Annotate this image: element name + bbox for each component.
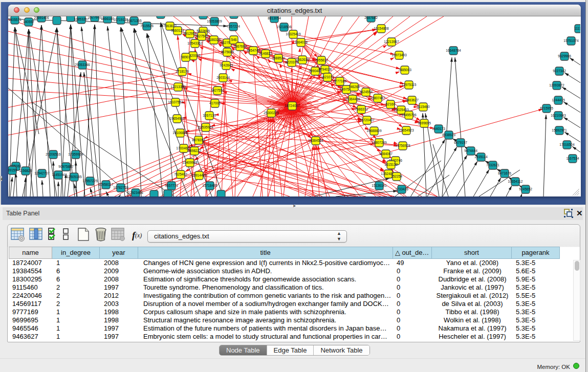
svg-text:18724007: 18724007 bbox=[285, 104, 300, 107]
svg-text:7986372: 7986372 bbox=[355, 107, 368, 111]
svg-text:1621072: 1621072 bbox=[321, 75, 334, 79]
svg-text:10325419: 10325419 bbox=[286, 32, 301, 36]
svg-text:417006: 417006 bbox=[209, 101, 221, 105]
svg-text:2603144: 2603144 bbox=[216, 76, 230, 79]
svg-text:12213383: 12213383 bbox=[170, 85, 186, 89]
svg-text:15136141: 15136141 bbox=[372, 184, 387, 187]
svg-text:3675685: 3675685 bbox=[221, 50, 234, 54]
svg-text:1640173: 1640173 bbox=[432, 127, 445, 130]
svg-text:8454749: 8454749 bbox=[247, 49, 260, 52]
svg-text:10973493: 10973493 bbox=[391, 53, 407, 57]
svg-text:9115460: 9115460 bbox=[417, 105, 430, 108]
svg-text:16210643: 16210643 bbox=[551, 114, 566, 117]
svg-text:2718176: 2718176 bbox=[176, 70, 189, 73]
svg-text:9777169: 9777169 bbox=[333, 79, 346, 83]
svg-text:18495796: 18495796 bbox=[401, 113, 417, 117]
svg-text:1156829: 1156829 bbox=[19, 169, 32, 172]
svg-text:12923466: 12923466 bbox=[128, 191, 143, 194]
svg-text:9657771: 9657771 bbox=[165, 184, 178, 187]
svg-text:15718485: 15718485 bbox=[202, 184, 217, 187]
svg-text:10853267: 10853267 bbox=[74, 17, 89, 21]
svg-text:17957225: 17957225 bbox=[82, 179, 98, 183]
svg-text:19218506: 19218506 bbox=[276, 25, 292, 29]
svg-text:9660124: 9660124 bbox=[171, 29, 184, 32]
svg-text:62160: 62160 bbox=[386, 102, 396, 106]
svg-text:9329966: 9329966 bbox=[558, 54, 571, 58]
svg-text:10654112: 10654112 bbox=[508, 180, 523, 183]
svg-text:29053346: 29053346 bbox=[75, 63, 90, 67]
svg-text:7357224: 7357224 bbox=[227, 25, 240, 28]
svg-text:(x): (x) bbox=[135, 232, 142, 239]
svg-text:10807487: 10807487 bbox=[370, 96, 385, 100]
svg-text:20206516: 20206516 bbox=[46, 152, 61, 156]
svg-text:1167534: 1167534 bbox=[566, 157, 579, 160]
svg-text:9827509: 9827509 bbox=[195, 34, 208, 38]
svg-text:7032621: 7032621 bbox=[486, 163, 499, 167]
svg-text:15720407: 15720407 bbox=[359, 118, 375, 122]
svg-text:9146821: 9146821 bbox=[259, 52, 272, 55]
svg-text:11172: 11172 bbox=[574, 27, 580, 30]
svg-text:9463627: 9463627 bbox=[405, 98, 419, 102]
svg-text:9227342: 9227342 bbox=[553, 69, 566, 73]
svg-text:16648784: 16648784 bbox=[446, 49, 461, 52]
svg-text:21364436: 21364436 bbox=[345, 97, 360, 101]
svg-text:19654923: 19654923 bbox=[399, 128, 414, 132]
svg-text:12093872: 12093872 bbox=[549, 83, 564, 87]
svg-text:1664038: 1664038 bbox=[294, 40, 308, 44]
svg-text:1615132: 1615132 bbox=[384, 163, 398, 166]
svg-text:17359924: 17359924 bbox=[68, 152, 83, 156]
svg-text:12213967: 12213967 bbox=[384, 40, 399, 43]
svg-text:3624554: 3624554 bbox=[359, 90, 373, 94]
svg-text:6466160: 6466160 bbox=[101, 17, 114, 20]
svg-text:16107553: 16107553 bbox=[168, 100, 183, 104]
svg-text:2935114: 2935114 bbox=[474, 155, 488, 159]
svg-text:10688609: 10688609 bbox=[366, 129, 382, 133]
svg-text:1588520: 1588520 bbox=[272, 56, 285, 60]
svg-text:2367608: 2367608 bbox=[233, 45, 247, 48]
svg-text:9242843: 9242843 bbox=[220, 63, 233, 67]
svg-text:1145194: 1145194 bbox=[52, 173, 65, 177]
svg-text:15751074: 15751074 bbox=[563, 39, 579, 42]
svg-text:6479197: 6479197 bbox=[454, 141, 467, 144]
svg-text:8215955: 8215955 bbox=[540, 106, 553, 110]
svg-text:25300275: 25300275 bbox=[264, 111, 279, 115]
svg-text:90975887: 90975887 bbox=[58, 165, 74, 168]
svg-text:98901: 98901 bbox=[181, 55, 191, 59]
svg-text:19384554: 19384554 bbox=[308, 139, 323, 142]
svg-text:5498222: 5498222 bbox=[188, 149, 201, 152]
svg-text:9699695: 9699695 bbox=[418, 121, 431, 125]
svg-text:39159: 39159 bbox=[8, 168, 17, 172]
svg-text:16914479: 16914479 bbox=[191, 173, 207, 177]
svg-text:10958117: 10958117 bbox=[99, 183, 114, 186]
svg-text:15409948: 15409948 bbox=[182, 161, 198, 164]
svg-text:1527602: 1527602 bbox=[88, 16, 101, 19]
svg-text:13756928: 13756928 bbox=[395, 144, 410, 147]
svg-text:16782759: 16782759 bbox=[113, 186, 128, 189]
svg-text:12505185: 12505185 bbox=[67, 175, 82, 179]
svg-text:7485003: 7485003 bbox=[398, 68, 411, 72]
svg-text:252254: 252254 bbox=[391, 174, 402, 178]
svg-text:9427552: 9427552 bbox=[211, 89, 224, 92]
svg-text:13535924: 13535924 bbox=[198, 125, 213, 129]
svg-text:8938923: 8938923 bbox=[442, 133, 455, 137]
svg-text:8813054: 8813054 bbox=[268, 16, 281, 20]
svg-text:546: 546 bbox=[231, 38, 236, 41]
svg-text:7625402: 7625402 bbox=[174, 172, 187, 176]
svg-text:19654982: 19654982 bbox=[169, 117, 185, 120]
svg-text:19106825: 19106825 bbox=[172, 131, 188, 135]
svg-text:2687682: 2687682 bbox=[364, 16, 378, 19]
svg-text:140557: 140557 bbox=[23, 20, 34, 24]
svg-text:6794028: 6794028 bbox=[318, 68, 332, 71]
svg-text:12975115: 12975115 bbox=[402, 83, 417, 86]
svg-text:746266: 746266 bbox=[349, 85, 360, 89]
svg-text:9245652: 9245652 bbox=[519, 187, 532, 191]
svg-text:16671355: 16671355 bbox=[126, 19, 142, 23]
svg-text:17016504: 17016504 bbox=[559, 143, 575, 146]
svg-text:12942737: 12942737 bbox=[34, 171, 50, 175]
svg-text:9474444: 9474444 bbox=[464, 149, 477, 152]
svg-text:8471676: 8471676 bbox=[498, 171, 511, 175]
svg-text:15692971: 15692971 bbox=[552, 128, 567, 132]
svg-text:20691406: 20691406 bbox=[34, 16, 49, 19]
svg-text:9084067: 9084067 bbox=[379, 152, 393, 156]
svg-text:1362635: 1362635 bbox=[296, 58, 309, 61]
